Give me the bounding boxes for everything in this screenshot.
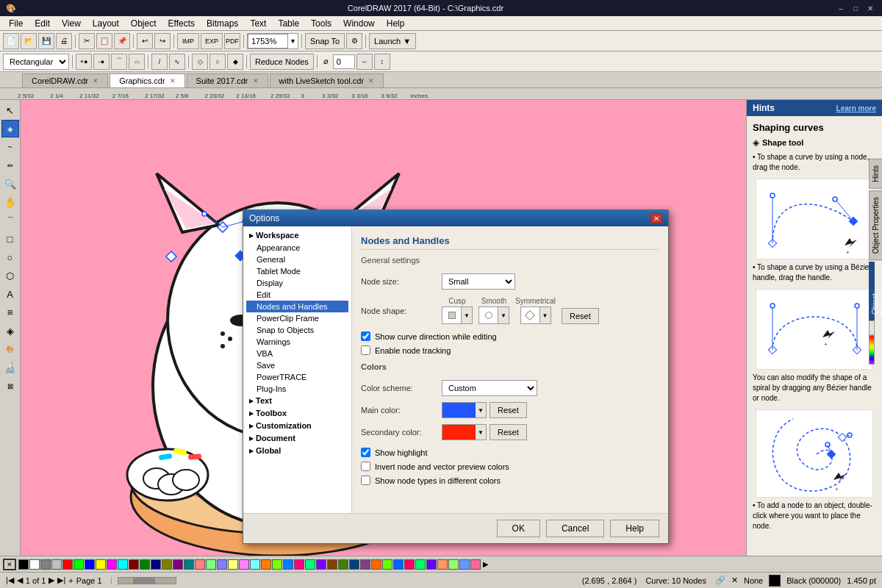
cusp-node-btn[interactable]: ◇ (192, 54, 208, 70)
outline-swatch[interactable] (769, 575, 781, 587)
tree-customization[interactable]: ▸ Customization (246, 420, 348, 432)
prev-page-btn[interactable]: ◀ (17, 576, 23, 585)
palette-color-swatch[interactable] (404, 559, 415, 570)
smooth-tool[interactable]: ~ (1, 138, 19, 156)
tree-global[interactable]: ▸ Global (246, 445, 348, 457)
tab-suite[interactable]: Suite 2017.cdr ✕ (187, 74, 268, 87)
maximize-btn[interactable]: □ (850, 3, 861, 13)
join-nodes-btn[interactable]: ⌒ (111, 54, 127, 70)
tab-close-graphics[interactable]: ✕ (170, 77, 176, 85)
zoom-dropdown[interactable]: 1753% ▼ (247, 33, 298, 49)
invert-colors-checkbox[interactable] (361, 462, 370, 471)
shape-tool[interactable]: ◈ (1, 120, 19, 137)
learn-more-link[interactable]: Learn more (836, 104, 876, 112)
new-btn[interactable]: 📄 (3, 33, 19, 49)
palette-color-swatch[interactable] (118, 559, 128, 570)
palette-color-swatch[interactable] (316, 559, 326, 570)
curve-btn[interactable]: ∿ (169, 54, 185, 70)
menu-object[interactable]: Object (125, 17, 162, 30)
zoom-input[interactable]: 1753% (248, 34, 288, 49)
show-types-checkbox[interactable] (361, 476, 370, 485)
palette-color-swatch[interactable] (29, 559, 40, 570)
palette-color-swatch[interactable] (261, 559, 271, 570)
minimize-btn[interactable]: – (835, 3, 847, 13)
palette-color-swatch[interactable] (107, 559, 117, 570)
show-curve-checkbox[interactable] (361, 331, 370, 341)
remove-node-btn[interactable]: -● (93, 54, 110, 70)
menu-view[interactable]: View (56, 17, 87, 30)
pan-tool[interactable]: ✋ (1, 193, 19, 211)
palette-color-swatch[interactable] (51, 559, 62, 570)
tree-edit[interactable]: Edit (246, 289, 348, 301)
color-scheme-select[interactable]: Custom Default Classic (442, 380, 537, 396)
smooth-node-btn[interactable]: ○ (209, 54, 226, 70)
pick-tool[interactable]: ↖ (1, 101, 19, 119)
add-node-btn[interactable]: +● (76, 54, 92, 70)
object-manager-tab[interactable]: Object Manager (869, 262, 875, 320)
palette-color-swatch[interactable] (228, 559, 238, 570)
pdf-btn[interactable]: PDF (224, 33, 240, 49)
palette-color-swatch[interactable] (448, 559, 459, 570)
table-tool[interactable]: ⊞ (1, 304, 19, 321)
object-properties-tab[interactable]: Object Properties (869, 190, 882, 260)
tab-graphics[interactable]: Graphics.cdr ✕ (110, 74, 184, 87)
tree-powerclip[interactable]: PowerClip Frame (246, 312, 348, 324)
polygon-tool[interactable]: ⬡ (1, 267, 19, 284)
palette-color-swatch[interactable] (294, 559, 304, 570)
palette-color-swatch[interactable] (305, 559, 315, 570)
tab-livesketch[interactable]: with LiveSketch tool.cdr ✕ (270, 74, 384, 87)
tree-vba[interactable]: VBA (246, 348, 348, 359)
main-color-reset-btn[interactable]: Reset (490, 402, 527, 418)
palette-color-swatch[interactable] (217, 559, 227, 570)
palette-color-swatch[interactable] (162, 559, 172, 570)
palette-color-swatch[interactable] (349, 559, 359, 570)
menu-effects[interactable]: Effects (162, 17, 201, 30)
ok-button[interactable]: OK (497, 520, 540, 537)
palette-color-swatch[interactable] (393, 559, 404, 570)
tree-snap-objects[interactable]: Snap to Objects (246, 324, 348, 336)
next-page-btn[interactable]: ▶ (49, 576, 54, 585)
palette-color-swatch[interactable] (338, 559, 348, 570)
symm-node-btn[interactable]: ◆ (227, 54, 243, 70)
tab-close-livesketch[interactable]: ✕ (368, 77, 374, 85)
hints-tab[interactable]: Hints (869, 159, 882, 189)
menu-window[interactable]: Window (337, 17, 381, 30)
print-btn[interactable]: 🖨 (56, 33, 72, 49)
copy-btn[interactable]: 📋 (96, 33, 112, 49)
palette-color-swatch[interactable] (327, 559, 337, 570)
palette-color-swatch[interactable] (151, 559, 161, 570)
tree-document[interactable]: ▸ Document (246, 432, 348, 445)
node-size-select[interactable]: Small Medium Large (442, 273, 515, 290)
menu-text[interactable]: Text (244, 17, 272, 30)
enable-tracking-checkbox[interactable] (361, 345, 370, 355)
node-shape-reset-btn[interactable]: Reset (562, 308, 599, 324)
tree-powertrace[interactable]: PowerTRACE (246, 371, 348, 383)
smooth-dropdown-btn[interactable]: ▼ (498, 307, 509, 323)
palette-color-swatch[interactable] (18, 559, 29, 570)
menu-tools[interactable]: Tools (305, 17, 337, 30)
palette-color-swatch[interactable] (283, 559, 293, 570)
palette-color-swatch[interactable] (74, 559, 84, 570)
palette-color-swatch[interactable] (470, 559, 481, 570)
tree-toolbox[interactable]: ▸ Toolbox (246, 407, 348, 420)
break-nodes-btn[interactable]: ⌓ (129, 54, 145, 70)
menu-edit[interactable]: Edit (29, 17, 56, 30)
add-page-btn[interactable]: + (68, 576, 73, 585)
tab-close-coreldraw[interactable]: ✕ (93, 77, 98, 85)
help-button[interactable]: Help (610, 520, 659, 537)
symm-dropdown-btn[interactable]: ▼ (540, 307, 551, 323)
tab-coreldraw[interactable]: CorelDRAW.cdr ✕ (22, 74, 108, 87)
h-scrollbar[interactable] (118, 577, 176, 584)
close-btn[interactable]: ✕ (864, 3, 876, 13)
secondary-color-reset-btn[interactable]: Reset (490, 424, 527, 440)
tree-display[interactable]: Display (246, 277, 348, 289)
menu-help[interactable]: Help (381, 17, 411, 30)
tree-general[interactable]: General (246, 254, 348, 265)
palette-color-swatch[interactable] (195, 559, 205, 570)
curve-tool[interactable]: ⌒ (1, 212, 19, 229)
palette-color-swatch[interactable] (426, 559, 437, 570)
menu-table[interactable]: Table (272, 17, 305, 30)
stretch-v-btn[interactable]: ↕ (374, 54, 390, 70)
save-btn[interactable]: 💾 (38, 33, 54, 49)
redo-btn[interactable]: ↪ (154, 33, 171, 49)
